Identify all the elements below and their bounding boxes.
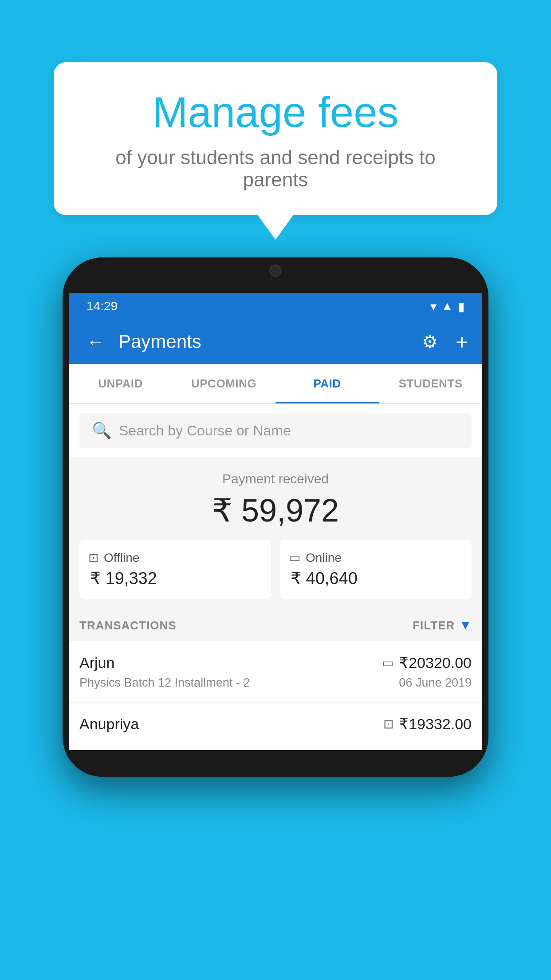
add-button[interactable]: +: [456, 330, 468, 354]
tab-unpaid[interactable]: UNPAID: [69, 364, 172, 403]
tab-upcoming[interactable]: UPCOMING: [172, 364, 276, 403]
transaction-amount: ₹20320.00: [399, 654, 472, 672]
transaction-top: Arjun ▭ ₹20320.00: [79, 654, 472, 672]
speech-bubble-subtitle: of your students and send receipts to pa…: [89, 146, 462, 191]
search-icon: 🔍: [92, 421, 112, 440]
transaction-name: Anupriya: [79, 715, 139, 733]
app-header: ← Payments ⚙ +: [69, 320, 482, 364]
online-card: ▭ Online ₹ 40,640: [280, 540, 472, 599]
status-bar: 14:29 ▾ ▲ ▮: [69, 293, 482, 320]
payment-cards: ⊡ Offline ₹ 19,332 ▭ Online ₹ 40,640: [79, 540, 472, 599]
online-payment-icon: ▭: [382, 656, 394, 670]
phone-wrapper: 14:29 ▾ ▲ ▮ ← Payments ⚙ + UNPAID: [63, 257, 488, 777]
search-container: 🔍 Search by Course or Name: [69, 404, 482, 457]
filter-label: FILTER: [413, 619, 455, 632]
offline-label: Offline: [104, 551, 139, 565]
offline-card-header: ⊡ Offline: [88, 550, 139, 565]
transactions-header: TRANSACTIONS FILTER ▼: [69, 609, 482, 641]
phone-screen: 14:29 ▾ ▲ ▮ ← Payments ⚙ + UNPAID: [69, 293, 482, 750]
offline-amount: ₹ 19,332: [88, 569, 157, 588]
transaction-name: Arjun: [79, 654, 114, 672]
speech-bubble-title: Manage fees: [89, 89, 462, 136]
online-amount: ₹ 40,640: [289, 569, 358, 588]
status-icons: ▾ ▲ ▮: [430, 299, 464, 314]
phone-notch: [231, 257, 320, 284]
offline-payment-icon: ⊡: [383, 717, 394, 731]
phone-top-bar: [63, 257, 488, 293]
payment-label: Payment received: [79, 471, 472, 486]
payment-total-amount: ₹ 59,972: [79, 492, 472, 529]
transactions-label: TRANSACTIONS: [79, 619, 177, 632]
payment-summary: Payment received ₹ 59,972 ⊡ Offline ₹ 19…: [69, 457, 482, 609]
signal-icon: ▲: [441, 299, 453, 313]
table-row[interactable]: Anupriya ⊡ ₹19332.00: [69, 703, 482, 750]
transaction-date: 06 June 2019: [399, 676, 472, 690]
search-bar[interactable]: 🔍 Search by Course or Name: [79, 413, 472, 448]
offline-icon: ⊡: [88, 550, 98, 565]
table-row[interactable]: Arjun ▭ ₹20320.00 Physics Batch 12 Insta…: [69, 641, 482, 703]
transaction-amount: ₹19332.00: [399, 715, 472, 733]
page-title: Payments: [118, 331, 411, 352]
online-icon: ▭: [289, 550, 300, 565]
offline-card: ⊡ Offline ₹ 19,332: [79, 540, 271, 599]
wifi-icon: ▾: [430, 299, 437, 314]
gear-icon[interactable]: ⚙: [422, 332, 438, 352]
phone-bottom-bar: [63, 750, 488, 777]
status-time: 14:29: [87, 299, 118, 313]
battery-icon: ▮: [458, 299, 464, 314]
transaction-course: Physics Batch 12 Installment - 2: [79, 676, 250, 690]
transaction-amount-wrap: ⊡ ₹19332.00: [383, 715, 472, 733]
online-card-header: ▭ Online: [289, 550, 342, 565]
tab-paid[interactable]: PAID: [276, 364, 379, 403]
online-label: Online: [306, 551, 342, 565]
filter-button[interactable]: FILTER ▼: [413, 618, 472, 632]
phone-camera: [269, 265, 282, 277]
speech-bubble: Manage fees of your students and send re…: [54, 62, 497, 215]
transaction-amount-wrap: ▭ ₹20320.00: [382, 654, 472, 672]
transaction-bottom: Physics Batch 12 Installment - 2 06 June…: [79, 676, 472, 690]
search-input[interactable]: Search by Course or Name: [119, 423, 291, 439]
filter-icon: ▼: [459, 618, 472, 632]
transaction-top: Anupriya ⊡ ₹19332.00: [79, 715, 472, 733]
phone: 14:29 ▾ ▲ ▮ ← Payments ⚙ + UNPAID: [63, 257, 488, 777]
tab-students[interactable]: STUDENTS: [379, 364, 482, 403]
back-button[interactable]: ←: [83, 328, 108, 356]
speech-bubble-container: Manage fees of your students and send re…: [54, 62, 497, 215]
tabs-bar: UNPAID UPCOMING PAID STUDENTS: [69, 364, 482, 404]
